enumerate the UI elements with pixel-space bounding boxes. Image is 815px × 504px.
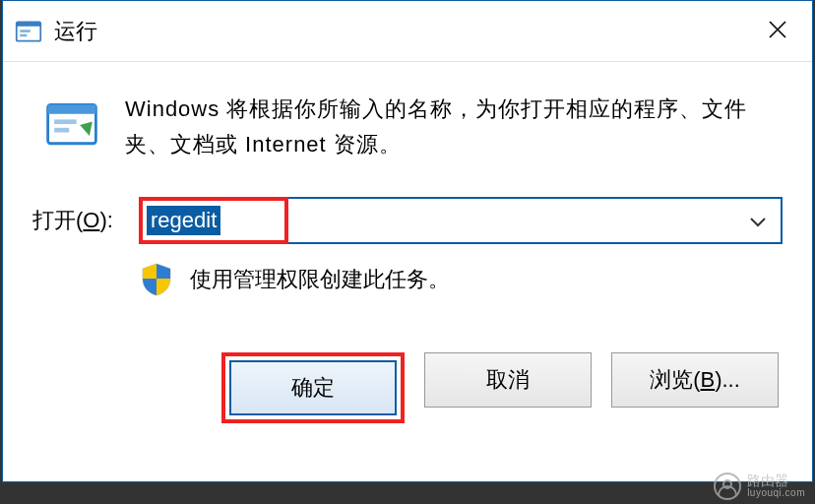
run-input-value[interactable]: regedit bbox=[147, 206, 220, 235]
close-button[interactable] bbox=[743, 1, 812, 58]
svg-rect-5 bbox=[48, 104, 96, 113]
window-title: 运行 bbox=[54, 17, 97, 46]
titlebar: 运行 bbox=[3, 1, 812, 62]
svg-rect-2 bbox=[20, 30, 31, 32]
description-text: Windows 将根据你所输入的名称，为你打开相应的程序、文件夹、文档或 Int… bbox=[125, 92, 783, 163]
run-dialog-window: 运行 Windows 将根据你所输入的名称，为你打开相应的程序、文件夹、文档或 … bbox=[2, 0, 813, 482]
cancel-button[interactable]: 取消 bbox=[424, 352, 592, 408]
watermark-sub: luyouqi.com bbox=[747, 488, 805, 499]
run-combobox[interactable]: regedit bbox=[139, 197, 783, 244]
svg-rect-1 bbox=[17, 22, 41, 26]
annotation-highlight-ok: 确定 bbox=[221, 352, 405, 423]
button-row: 确定 取消 浏览(B)... bbox=[32, 352, 783, 423]
run-icon bbox=[15, 18, 42, 45]
ok-button[interactable]: 确定 bbox=[229, 360, 397, 415]
browse-button[interactable]: 浏览(B)... bbox=[611, 352, 779, 408]
admin-note-row: 使用管理权限创建此任务。 bbox=[139, 262, 783, 297]
dialog-body: Windows 将根据你所输入的名称，为你打开相应的程序、文件夹、文档或 Int… bbox=[3, 62, 812, 433]
svg-rect-3 bbox=[20, 33, 27, 36]
svg-rect-7 bbox=[54, 128, 69, 133]
open-label: 打开(O): bbox=[32, 206, 129, 235]
run-large-icon bbox=[42, 95, 101, 155]
uac-shield-icon bbox=[139, 262, 174, 297]
open-field-row: 打开(O): regedit bbox=[32, 197, 783, 244]
admin-note-text: 使用管理权限创建此任务。 bbox=[190, 265, 450, 294]
chevron-down-icon[interactable] bbox=[749, 215, 767, 226]
description-row: Windows 将根据你所输入的名称，为你打开相应的程序、文件夹、文档或 Int… bbox=[32, 92, 783, 163]
svg-rect-6 bbox=[54, 119, 77, 124]
